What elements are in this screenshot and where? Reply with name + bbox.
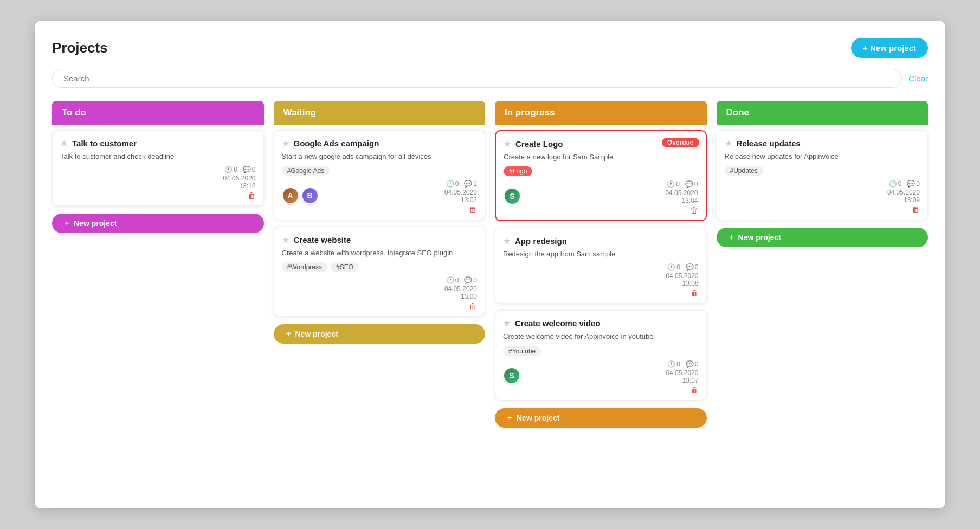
card-title: Google Ads campaign <box>294 139 379 148</box>
new-project-inprogress-button[interactable]: ＋ New project <box>495 408 707 428</box>
card-bottom-row: 🕐 0 💬 0 04.05.202013:00 🗑 <box>282 276 478 311</box>
card-google-ads: ★ Google Ads campaign Start a new google… <box>274 130 486 220</box>
card-datetime: 04.05.202013:09 <box>887 189 920 204</box>
card-bottom-row: 🕐 0 💬 0 04.05.202013:09 🗑 <box>725 180 920 214</box>
meta-icons-row: 🕐 0 💬 0 <box>446 276 477 284</box>
avatar: S <box>504 188 521 205</box>
card-bottom-row: 🕐 0 💬 0 04.05.202013:12 🗑 <box>60 166 256 200</box>
star-icon[interactable]: ★ <box>504 139 511 149</box>
time-meta: 🕐 0 <box>667 180 680 188</box>
card-title-row: ★ Release updates <box>725 138 920 149</box>
avatar: B <box>301 187 319 204</box>
delete-icon[interactable]: 🗑 <box>469 205 477 214</box>
search-input[interactable] <box>52 69 902 88</box>
tag-google-ads: #Google Ads <box>282 166 330 176</box>
delete-icon[interactable]: 🗑 <box>691 288 699 298</box>
cards-area-todo: ★ Talk to customer Talk to customer and … <box>52 130 264 206</box>
card-create-logo: Overdue ★ Create Logo Create a new logo … <box>495 130 707 221</box>
card-title: App redesign <box>515 236 567 246</box>
clock-icon: 🕐 <box>889 180 897 188</box>
card-title: Create welcome video <box>515 319 601 328</box>
time-meta: 🕐 0 <box>667 360 680 368</box>
meta-icons-row: 🕐 0 💬 1 <box>446 180 477 188</box>
avatar-img: A <box>283 188 298 203</box>
meta-icons-row: 🕐 0 💬 0 <box>667 360 698 368</box>
card-app-redesign: ★ App redesign Redesign the app from Sam… <box>495 228 707 304</box>
meta-right: 🕐 0 💬 0 04.05.202013:07 🗑 <box>666 360 698 395</box>
clock-icon: 🕐 <box>667 263 675 271</box>
star-icon[interactable]: ★ <box>282 235 289 245</box>
tag-seo: #SEO <box>331 262 359 272</box>
comment-meta: 💬 0 <box>686 360 699 368</box>
meta-icons-row: 🕐 0 💬 0 <box>667 263 698 271</box>
page-header: Projects + New project <box>52 38 928 58</box>
time-meta: 🕐 0 <box>224 166 237 173</box>
delete-icon[interactable]: 🗑 <box>912 205 920 214</box>
meta-right: 🕐 0 💬 0 04.05.202013:04 🗑 <box>665 180 698 215</box>
plus-icon: ＋ <box>506 413 513 423</box>
new-project-waiting-button[interactable]: ＋ New project <box>274 324 486 344</box>
star-icon[interactable]: ★ <box>503 236 511 246</box>
new-project-todo-button[interactable]: ＋ New project <box>52 214 264 233</box>
card-talk-to-customer: ★ Talk to customer Talk to customer and … <box>52 130 264 206</box>
card-bottom-row: S 🕐 0 💬 0 <box>503 360 699 395</box>
tag-logo: #Logo <box>504 166 532 176</box>
time-meta: 🕐 0 <box>446 276 459 284</box>
meta-right: 🕐 0 💬 0 04.05.202013:12 🗑 <box>223 166 255 200</box>
tag-wordpress: #Wordpress <box>282 262 327 272</box>
delete-icon[interactable]: 🗑 <box>691 385 699 395</box>
column-waiting: Waiting ★ Google Ads campaign Start a ne… <box>274 101 486 344</box>
avatar-img: S <box>504 368 519 383</box>
meta-icons-row: 🕐 0 💬 0 <box>889 180 920 188</box>
card-desc: Create a new logo for Sam Sample <box>504 152 698 162</box>
tag-youtube: #Youtube <box>503 346 541 356</box>
card-bottom-row: A B 🕐 0 <box>282 180 478 214</box>
avatars-row: S <box>504 188 521 205</box>
card-title: Talk to customer <box>72 139 137 148</box>
card-release-updates: ★ Release updates Release new updates fo… <box>717 130 929 220</box>
card-datetime: 04.05.202013:02 <box>444 189 477 204</box>
comment-icon: 💬 <box>686 263 694 271</box>
plus-icon: ＋ <box>727 233 735 242</box>
new-project-top-button[interactable]: + New project <box>851 38 928 58</box>
comment-meta: 💬 0 <box>907 180 920 188</box>
card-datetime: 04.05.202013:08 <box>666 272 698 287</box>
card-title-row: ★ Create website <box>282 235 478 245</box>
column-header-waiting: Waiting <box>274 101 486 125</box>
card-desc: Start a new google ads campaign for all … <box>282 152 478 162</box>
meta-icons-row: 🕐 0 💬 0 <box>224 166 255 173</box>
comment-icon: 💬 <box>464 276 472 284</box>
new-project-done-button[interactable]: ＋ New project <box>717 228 929 247</box>
meta-right: 🕐 0 💬 0 04.05.202013:08 🗑 <box>666 263 698 298</box>
delete-icon[interactable]: 🗑 <box>690 205 698 215</box>
card-title: Create Logo <box>515 139 563 149</box>
card-datetime: 04.05.202013:12 <box>223 175 255 190</box>
app-container: Projects + New project Clear To do ★ Tal… <box>35 21 945 508</box>
comment-meta: 💬 0 <box>686 263 699 271</box>
column-header-done: Done <box>717 101 929 125</box>
comment-icon: 💬 <box>243 166 251 173</box>
star-icon[interactable]: ★ <box>503 318 511 328</box>
avatar-img: B <box>302 188 318 203</box>
time-meta: 🕐 0 <box>889 180 902 188</box>
card-title-row: ★ Google Ads campaign <box>282 138 478 149</box>
comment-meta: 💬 0 <box>685 180 698 188</box>
column-header-inprogress: In progress <box>495 101 707 125</box>
star-icon[interactable]: ★ <box>282 138 289 149</box>
card-datetime: 04.05.202013:04 <box>665 189 698 204</box>
star-icon[interactable]: ★ <box>60 138 68 149</box>
plus-icon: ＋ <box>63 218 70 228</box>
time-meta: 🕐 0 <box>446 180 459 188</box>
comment-icon: 💬 <box>686 360 694 368</box>
card-desc: Release new updates for Appinvoice <box>725 152 920 162</box>
meta-right: 🕐 0 💬 1 04.05.202013:02 🗑 <box>444 180 477 214</box>
avatar: S <box>503 367 520 384</box>
card-title-row: ★ Create welcome video <box>503 318 699 328</box>
star-icon[interactable]: ★ <box>725 138 732 149</box>
clear-button[interactable]: Clear <box>908 74 928 83</box>
delete-icon[interactable]: 🗑 <box>469 301 477 311</box>
delete-icon[interactable]: 🗑 <box>248 191 256 200</box>
columns-row: To do ★ Talk to customer Talk to custome… <box>52 101 928 428</box>
clock-icon: 🕐 <box>446 276 454 284</box>
tag-updates: #Updates <box>725 166 763 176</box>
